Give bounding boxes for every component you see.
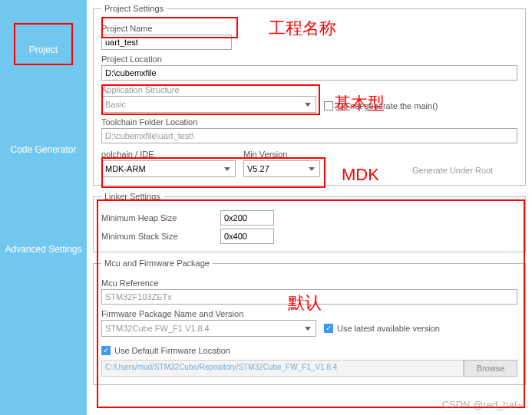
mcu-reference-input — [101, 289, 517, 305]
sidebar-item-advanced-settings[interactable]: Advanced Settings — [0, 199, 87, 299]
project-settings-fieldset: Project Settings Project Name Project Lo… — [93, 4, 526, 186]
sidebar-item-code-generator[interactable]: Code Generator — [0, 100, 87, 199]
watermark: CSDN @red_hat~ — [442, 399, 523, 410]
mcu-fieldset: Mcu and Firmware Package Mcu Reference F… — [93, 259, 526, 385]
fw-package-label: Firmware Package Name and Version — [101, 309, 517, 318]
generate-under-root-checkbox: Generate Under Root — [412, 166, 493, 175]
toolchain-select[interactable]: MDK-ARM — [101, 160, 236, 177]
main-panel: Project Settings Project Name Project Lo… — [87, 0, 532, 395]
check-icon: ✓ — [101, 346, 111, 355]
app-structure-label: Application Structure — [101, 85, 316, 94]
linker-settings-legend: Linker Settings — [101, 192, 164, 201]
project-location-input[interactable] — [101, 65, 517, 81]
linker-settings-fieldset: Linker Settings Minimum Heap Size Minimu… — [93, 192, 526, 252]
fw-package-select[interactable]: STM32Cube FW_F1 V1.8.4 — [101, 320, 316, 337]
project-name-label: Project Name — [101, 24, 517, 33]
checkbox-icon — [324, 101, 333, 110]
min-version-label: Min Version — [243, 150, 320, 159]
project-settings-legend: Project Settings — [101, 4, 167, 13]
heap-input[interactable] — [220, 210, 274, 226]
app-structure-select[interactable]: Basic — [101, 96, 316, 113]
use-latest-checkbox[interactable]: ✓ Use latest available version — [324, 324, 440, 333]
min-version-select[interactable]: V5.27 — [243, 160, 320, 177]
mcu-legend: Mcu and Firmware Package — [101, 259, 213, 268]
stack-input[interactable] — [220, 229, 274, 244]
toolchain-label: oolchain / IDE — [101, 150, 236, 159]
sidebar: Project Code Generator Advanced Settings — [0, 0, 87, 415]
project-name-input[interactable] — [101, 35, 232, 50]
use-default-location-checkbox[interactable]: ✓ Use Default Firmware Location — [101, 346, 230, 355]
browse-button[interactable]: Browse — [464, 360, 517, 377]
stack-label: Minimum Stack Size — [101, 232, 220, 241]
mcu-reference-label: Mcu Reference — [101, 278, 517, 288]
sidebar-item-project[interactable]: Project — [0, 0, 87, 100]
toolchain-folder-input — [101, 128, 517, 143]
project-location-label: Project Location — [101, 54, 517, 64]
toolchain-folder-label: Toolchain Folder Location — [101, 117, 517, 127]
dont-generate-main-checkbox[interactable]: Do not generate the main() — [324, 101, 438, 110]
firmware-path-input: C:/Users/mud/STM32Cube/Repository/STM32C… — [101, 360, 464, 377]
heap-label: Minimum Heap Size — [101, 213, 220, 222]
check-icon: ✓ — [324, 324, 333, 333]
